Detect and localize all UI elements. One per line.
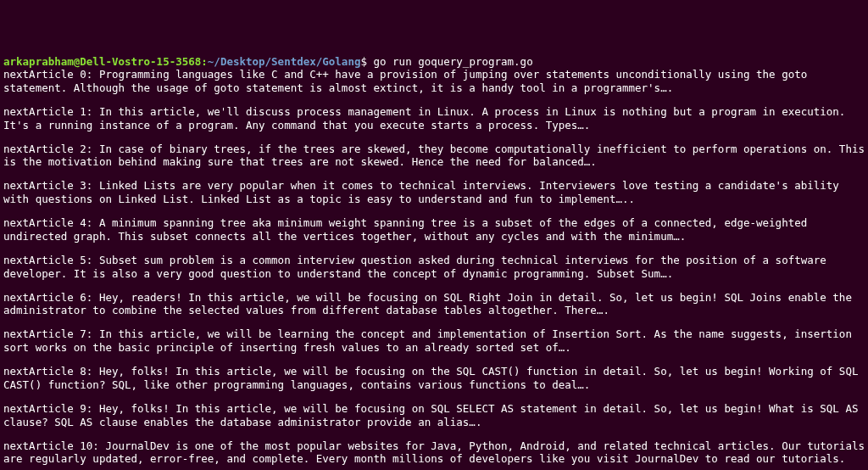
terminal-output[interactable]: arkaprabham@Dell-Vostro-15-3568:~/Deskto… — [3, 55, 865, 471]
article-4: nextArticle 4: A minimum spanning tree a… — [3, 216, 865, 243]
article-10: nextArticle 10: JournalDev is one of the… — [3, 439, 865, 466]
prompt-line: arkaprabham@Dell-Vostro-15-3568:~/Deskto… — [3, 55, 533, 68]
article-3: nextArticle 3: Linked Lists are very pop… — [3, 179, 865, 205]
prompt-sigil: $ — [360, 55, 367, 68]
article-7: nextArticle 7: In this article, we will … — [3, 327, 865, 354]
article-1: nextArticle 1: In this article, we'll di… — [3, 105, 865, 131]
prompt-path: ~/Desktop/Sentdex/Golang — [208, 55, 361, 68]
articles-container: nextArticle 0: Programming languages lik… — [3, 68, 865, 470]
article-0: nextArticle 0: Programming languages lik… — [3, 68, 865, 94]
prompt-user: arkaprabham@Dell-Vostro-15-3568 — [3, 55, 201, 68]
article-5: nextArticle 5: Subset sum problem is a c… — [3, 254, 865, 280]
prompt-colon: : — [201, 55, 208, 68]
article-8: nextArticle 8: Hey, folks! In this artic… — [3, 365, 865, 391]
article-6: nextArticle 6: Hey, readers! In this art… — [3, 291, 865, 317]
article-9: nextArticle 9: Hey, folks! In this artic… — [3, 402, 865, 428]
article-2: nextArticle 2: In case of binary trees, … — [3, 143, 865, 169]
command-text: go run goquery_program.go — [374, 55, 533, 68]
